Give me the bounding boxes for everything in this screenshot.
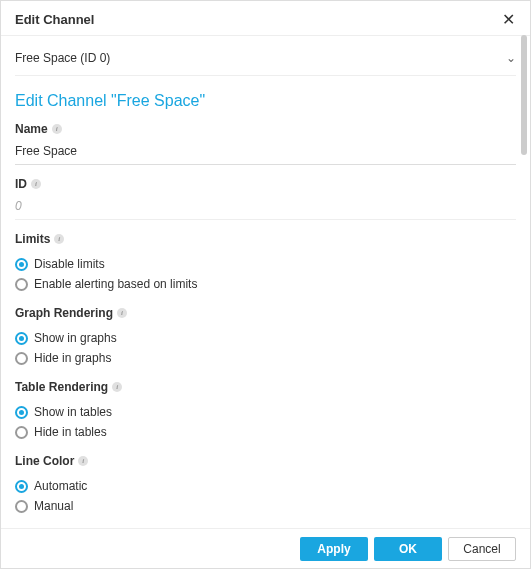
radio-icon [15, 258, 28, 271]
section-title: Edit Channel "Free Space" [15, 92, 516, 110]
radio-icon [15, 500, 28, 513]
radio-hide-in-tables[interactable]: Hide in tables [15, 422, 516, 442]
field-table-rendering: Table Rendering i Show in tables Hide in… [15, 380, 516, 442]
info-icon[interactable]: i [52, 124, 62, 134]
info-icon[interactable]: i [78, 456, 88, 466]
label-limits: Limits i [15, 232, 64, 246]
radio-icon [15, 426, 28, 439]
radio-show-in-graphs[interactable]: Show in graphs [15, 328, 516, 348]
radio-show-in-tables[interactable]: Show in tables [15, 402, 516, 422]
label-graph-rendering: Graph Rendering i [15, 306, 127, 320]
name-input[interactable] [15, 140, 516, 165]
id-value: 0 [15, 195, 516, 220]
channel-selector-label: Free Space (ID 0) [15, 51, 110, 65]
ok-button[interactable]: OK [374, 537, 442, 561]
radio-disable-limits[interactable]: Disable limits [15, 254, 516, 274]
dialog-header: Edit Channel ✕ [1, 1, 530, 36]
apply-button[interactable]: Apply [300, 537, 368, 561]
info-icon[interactable]: i [54, 234, 64, 244]
radio-icon [15, 332, 28, 345]
cancel-button[interactable]: Cancel [448, 537, 516, 561]
radio-icon [15, 352, 28, 365]
field-limits: Limits i Disable limits Enable alerting … [15, 232, 516, 294]
field-name: Name i [15, 122, 516, 165]
field-graph-rendering: Graph Rendering i Show in graphs Hide in… [15, 306, 516, 368]
radio-enable-alerting[interactable]: Enable alerting based on limits [15, 274, 516, 294]
radio-hide-in-graphs[interactable]: Hide in graphs [15, 348, 516, 368]
radio-icon [15, 480, 28, 493]
field-id: ID i 0 [15, 177, 516, 220]
label-name: Name i [15, 122, 62, 136]
scrollbar[interactable] [521, 35, 527, 155]
chevron-down-icon: ⌄ [506, 51, 516, 65]
content-area: Free Space (ID 0) ⌄ Edit Channel "Free S… [1, 35, 530, 528]
label-id: ID i [15, 177, 41, 191]
field-line-color: Line Color i Automatic Manual [15, 454, 516, 516]
dialog-footer: Apply OK Cancel [1, 528, 530, 568]
radio-icon [15, 278, 28, 291]
info-icon[interactable]: i [112, 382, 122, 392]
dialog-title: Edit Channel [15, 12, 94, 27]
close-icon[interactable]: ✕ [500, 11, 516, 27]
info-icon[interactable]: i [117, 308, 127, 318]
radio-icon [15, 406, 28, 419]
radio-line-color-auto[interactable]: Automatic [15, 476, 516, 496]
label-line-color: Line Color i [15, 454, 88, 468]
channel-selector[interactable]: Free Space (ID 0) ⌄ [15, 35, 516, 76]
radio-line-color-manual[interactable]: Manual [15, 496, 516, 516]
info-icon[interactable]: i [31, 179, 41, 189]
label-table-rendering: Table Rendering i [15, 380, 122, 394]
